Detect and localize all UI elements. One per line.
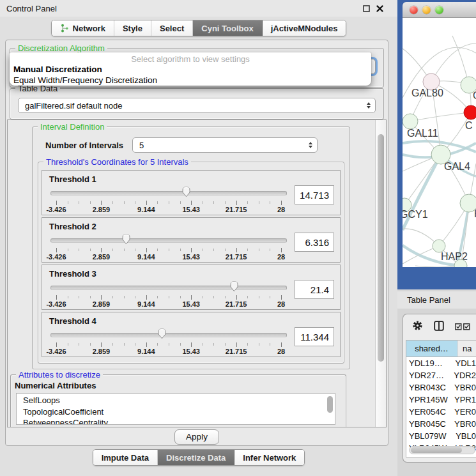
group-title: Threshold's Coordinates for 5 Intervals xyxy=(43,157,191,167)
minimize-traffic-light-icon[interactable] xyxy=(422,6,431,14)
cyni-toolbox-panel: Discretization Algorithm Select algorith… xyxy=(5,40,388,446)
slider-tick xyxy=(270,249,270,251)
settings-scrollbar[interactable] xyxy=(375,120,386,427)
cell-name: YBR0 xyxy=(449,381,476,394)
settings-scrollbar-thumb[interactable] xyxy=(378,134,384,362)
slider-tick xyxy=(191,342,192,347)
threshold-slider-2[interactable]: -3.4262.8599.14415.4321.71528 xyxy=(50,233,287,261)
network-window-titlebar xyxy=(403,2,476,18)
slider-tick xyxy=(270,343,270,346)
threshold-slider-3[interactable]: -3.4262.8599.14415.4321.71528 xyxy=(50,280,287,308)
cell-name: YBR0 xyxy=(449,418,476,430)
slider-tick xyxy=(213,249,214,251)
slider-thumb[interactable] xyxy=(121,234,131,245)
table-horizontal-scrollbar-thumb[interactable] xyxy=(411,447,462,453)
columns-icon[interactable] xyxy=(434,321,444,334)
slider-tick xyxy=(259,343,259,346)
close-icon[interactable] xyxy=(376,5,383,12)
table-panel-title: Table Panel xyxy=(407,295,450,305)
zoom-traffic-light-icon[interactable] xyxy=(435,6,443,14)
node-label-gal80: GAL80 xyxy=(411,88,443,98)
cell-name: YER0 xyxy=(449,406,476,418)
attribute-list-item-betweennesscentrality[interactable]: BetweennessCentrality xyxy=(23,417,335,425)
threshold-value-field[interactable]: 14.713 xyxy=(295,185,334,204)
slider-tick xyxy=(247,296,248,298)
slider-thumb[interactable] xyxy=(157,328,167,339)
close-traffic-light-icon[interactable] xyxy=(410,6,418,14)
slider-tick xyxy=(180,343,181,346)
group-title: Attributes to discretize xyxy=(16,370,103,380)
slider-tick xyxy=(213,296,214,298)
slider-tick xyxy=(90,343,91,346)
algorithm-option-equal-width-frequency-discretization[interactable]: Equal Width/Frequency Discretization xyxy=(10,75,371,86)
column-header-name[interactable]: na xyxy=(457,341,476,357)
list-scrollbar-thumb[interactable] xyxy=(327,396,333,413)
network-node-hap2[interactable] xyxy=(433,240,445,252)
numerical-attributes-list[interactable]: SelfLoopsTopologicalCoefficientBetweenne… xyxy=(16,393,335,425)
table-horizontal-scrollbar[interactable] xyxy=(409,446,475,454)
network-canvas[interactable]: GAL80GACGAL11GAL4GCY1HHAP2 xyxy=(403,18,476,267)
table-row[interactable]: YBR045CYBR0 xyxy=(406,418,476,430)
slider-tick xyxy=(112,249,113,251)
slider-tick xyxy=(236,248,237,252)
number-of-intervals-spinner[interactable]: 5 xyxy=(132,137,318,153)
tab-discretize-data[interactable]: Discretize Data xyxy=(158,450,234,465)
slider-tick xyxy=(68,296,68,298)
slider-tick-label: 15.43 xyxy=(182,348,200,355)
slider-tick xyxy=(157,201,158,204)
attribute-list-item-selfloops[interactable]: SelfLoops xyxy=(23,395,335,406)
slider-tick xyxy=(259,201,259,204)
table-row[interactable]: YPR145WYPR1 xyxy=(406,394,476,406)
slider-tick xyxy=(191,201,192,205)
slider-tick xyxy=(124,296,125,298)
float-icon[interactable] xyxy=(363,5,370,12)
network-node-c[interactable] xyxy=(464,105,476,119)
network-node-gal11[interactable] xyxy=(403,114,418,129)
table-row[interactable]: YBR043CYBR0 xyxy=(406,381,476,394)
threshold-value-field[interactable]: 6.316 xyxy=(295,233,334,252)
table-row[interactable]: YER054CYER0 xyxy=(406,406,476,418)
tab-select[interactable]: Select xyxy=(151,20,193,36)
slider-tick-label: 28 xyxy=(277,206,285,213)
threshold-value-field[interactable]: 11.344 xyxy=(295,327,334,346)
tab-infer-network[interactable]: Infer Network xyxy=(234,450,304,465)
threshold-slider-1[interactable]: -3.4262.8599.14415.4321.71528 xyxy=(50,185,287,213)
tab-jactivemnodules[interactable]: jActiveMNodules xyxy=(263,20,346,36)
apply-button[interactable]: Apply xyxy=(174,429,219,445)
tab-style[interactable]: Style xyxy=(114,20,151,36)
table-data-combobox[interactable]: galFiltered.sif default node xyxy=(18,98,376,113)
slider-tick xyxy=(146,295,147,300)
slider-tick xyxy=(281,201,282,205)
slider-tick xyxy=(124,343,125,346)
slider-tick xyxy=(56,295,57,300)
attribute-list-item-topologicalcoefficient[interactable]: TopologicalCoefficient xyxy=(23,406,335,418)
tab-network[interactable]: Network xyxy=(52,20,114,36)
threshold-slider-4[interactable]: -3.4262.8599.14415.4321.71528 xyxy=(50,327,287,355)
tab-impute-data[interactable]: Impute Data xyxy=(93,450,158,465)
slider-tick-label: -3.426 xyxy=(46,348,66,355)
gear-icon[interactable] xyxy=(412,320,423,334)
cell-shared-name: YBR045C xyxy=(406,418,449,430)
interval-definition-group: Interval Definition Number of Intervals … xyxy=(32,127,350,369)
slider-scale: -3.4262.8599.14415.4321.71528 xyxy=(56,280,281,308)
table-data-value: galFiltered.sif default node xyxy=(25,101,122,111)
slider-tick xyxy=(270,296,270,298)
slider-tick xyxy=(68,343,68,346)
slider-thumb[interactable] xyxy=(181,187,191,197)
table-row[interactable]: YIL052CYIL0 xyxy=(406,454,476,457)
settings-scrollpane: Interval Definition Number of Intervals … xyxy=(7,119,387,427)
slider-tick xyxy=(225,296,226,298)
column-header-shared-name[interactable]: shared… xyxy=(406,341,457,357)
network-view-window: GAL80GACGAL11GAL4GCY1HHAP2 xyxy=(397,0,476,289)
algorithm-option-manual-discretization[interactable]: Manual Discretization xyxy=(10,65,371,75)
slider-tick xyxy=(101,201,102,205)
tab-cyni-toolbox[interactable]: Cyni Toolbox xyxy=(193,20,262,36)
slider-tick xyxy=(135,296,135,298)
table-row[interactable]: YBL079WYBL0 xyxy=(406,430,476,442)
slider-tick xyxy=(247,201,248,204)
table-row[interactable]: YDR27…YDR2 xyxy=(406,369,476,381)
checkbox-icon[interactable] xyxy=(455,321,470,333)
table-row[interactable]: YDL19…YDL1 xyxy=(406,357,476,369)
threshold-value-field[interactable]: 21.4 xyxy=(295,280,334,299)
slider-thumb[interactable] xyxy=(229,281,239,292)
